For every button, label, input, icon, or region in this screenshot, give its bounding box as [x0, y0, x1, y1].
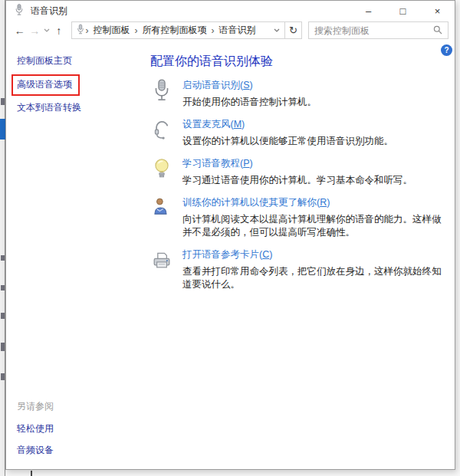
microphone-app-icon: [14, 4, 25, 18]
task-start-speech-recognition: 启动语音识别(S) 开始使用你的语音控制计算机。: [150, 79, 447, 109]
sidebar-item-audio-devices[interactable]: 音频设备: [17, 444, 54, 457]
refresh-icon[interactable]: ↻: [285, 21, 302, 39]
help-button[interactable]: ?: [441, 44, 452, 56]
microphone-breadcrumb-icon: [76, 24, 85, 38]
search-icon[interactable]: [433, 24, 442, 38]
set-up-microphone-link[interactable]: 设置麦克风(M): [182, 118, 245, 131]
task-description: 查看并打印常用命令列表，把它们放在身边，这样你就始终知道要说什么。: [182, 265, 447, 291]
main-content: 配置你的语音识别体验 启动语音识别(S) 开始使用: [144, 44, 455, 469]
task-description: 开始使用你的语音控制计算机。: [182, 96, 317, 109]
sidebar-item-text-to-speech[interactable]: 文本到语音转换: [17, 101, 81, 114]
sidebar: 控制面板主页 高级语音选项 文本到语音转换 另请参阅 轻松使用 音频设备: [6, 44, 144, 469]
task-description: 向计算机阅读文本以提高计算机理解你的语音的能力。这样做并不是必须的，但可以提高听…: [182, 213, 447, 239]
take-speech-tutorial-link[interactable]: 学习语音教程(P): [182, 157, 253, 170]
speech-recognition-window: 语音识别 – □ × ← → ↑ › 控制面板 › 所: [5, 0, 455, 470]
sidebar-item-control-panel-home[interactable]: 控制面板主页: [17, 54, 72, 67]
task-set-up-microphone: 设置麦克风(M) 设置你的计算机以便能够正常使用语音识别功能。: [150, 118, 447, 148]
sidebar-item-advanced-speech-options[interactable]: 高级语音选项: [17, 78, 72, 91]
background-text-fragment: [1, 285, 5, 291]
breadcrumb-all-items[interactable]: 所有控制面板项: [139, 24, 211, 37]
printer-icon: [150, 248, 173, 271]
address-bar: ← → ↑ › 控制面板 › 所有控制面板项 › 语音识别: [6, 21, 455, 44]
back-arrow-icon[interactable]: ←: [12, 25, 28, 36]
see-also-header: 另请参阅: [17, 400, 144, 413]
headset-icon: [150, 118, 173, 141]
lightbulb-icon: [150, 157, 173, 180]
title-bar[interactable]: 语音识别 – □ ×: [6, 1, 455, 21]
background-text-fragment: [1, 373, 5, 380]
sidebar-item-ease-of-access[interactable]: 轻松使用: [17, 422, 54, 435]
task-train-your-computer: 训练你的计算机以使其更了解你(R) 向计算机阅读文本以提高计算机理解你的语音的能…: [150, 196, 447, 239]
close-button[interactable]: ×: [420, 1, 455, 21]
task-description: 设置你的计算机以便能够正常使用语音识别功能。: [182, 135, 393, 148]
person-icon: [150, 196, 173, 219]
recent-pages-chevron-icon[interactable]: [42, 28, 51, 32]
forward-arrow-icon[interactable]: →: [28, 25, 43, 36]
page-title: 配置你的语音识别体验: [150, 54, 447, 70]
window-body: ? 控制面板主页 高级语音选项 文本到语音转换 另请参阅 轻松使用 音频设备 配…: [6, 44, 455, 469]
breadcrumb[interactable]: › 控制面板 › 所有控制面板项 › 语音识别: [71, 21, 285, 39]
search-box[interactable]: [308, 21, 449, 39]
minimize-button[interactable]: –: [351, 1, 386, 21]
start-speech-recognition-link[interactable]: 启动语音识别(S): [182, 79, 253, 92]
background-selected-row: [0, 119, 5, 140]
background-text-fragment: [1, 343, 5, 351]
up-arrow-icon[interactable]: ↑: [51, 25, 67, 36]
open-speech-reference-card-link[interactable]: 打开语音参考卡片(C): [182, 248, 272, 261]
see-also-section: 另请参阅 轻松使用 音频设备: [17, 400, 144, 457]
maximize-button[interactable]: □: [386, 1, 420, 21]
task-open-speech-reference-card: 打开语音参考卡片(C) 查看并打印常用命令列表，把它们放在身边，这样你就始终知道…: [150, 248, 447, 291]
task-take-speech-tutorial: 学习语音教程(P) 学习通过语音使用你的计算机。学习基本命令和听写。: [150, 157, 447, 187]
background-text-fragment: [1, 313, 5, 319]
background-desktop-fragment: [31, 471, 32, 476]
task-description: 学习通过语音使用你的计算机。学习基本命令和听写。: [182, 174, 412, 187]
address-dropdown-chevron-icon[interactable]: [269, 22, 284, 38]
breadcrumb-speech-recognition[interactable]: 语音识别: [215, 24, 260, 37]
background-text-fragment: [1, 98, 5, 105]
background-window-sliver: [0, 0, 5, 476]
window-title: 语音识别: [31, 5, 67, 18]
search-input[interactable]: [314, 25, 433, 36]
breadcrumb-control-panel[interactable]: 控制面板: [90, 24, 134, 37]
microphone-icon: [150, 79, 173, 102]
train-your-computer-link[interactable]: 训练你的计算机以使其更了解你(R): [182, 196, 330, 209]
background-text-fragment: [1, 255, 5, 261]
annotation-red-box: 高级语音选项: [12, 74, 80, 96]
